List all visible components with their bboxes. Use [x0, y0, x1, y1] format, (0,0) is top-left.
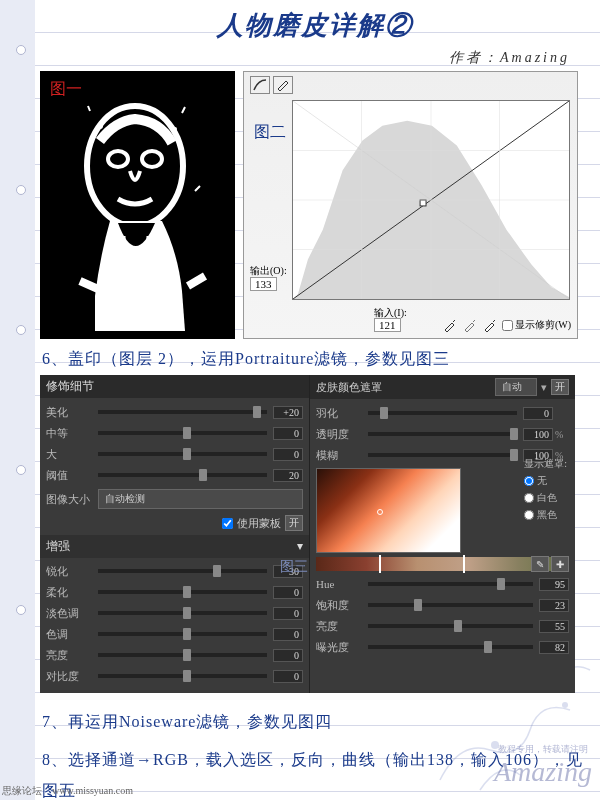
slider-row: 色调0: [46, 626, 303, 642]
menu-icon[interactable]: ▾: [541, 381, 547, 394]
slider[interactable]: [368, 411, 517, 415]
watermark-subtitle: 教程专用，转载请注明: [498, 743, 588, 756]
page-title: 人物磨皮详解②: [40, 8, 590, 43]
slider[interactable]: [368, 432, 517, 436]
mask-white-radio[interactable]: 白色: [524, 491, 567, 505]
pencil-tool-icon[interactable]: [273, 76, 293, 94]
slider-row: 曝光度82: [316, 639, 569, 655]
watermark-logo: Amazing: [494, 756, 592, 788]
mask-none-radio[interactable]: 无: [524, 474, 567, 488]
show-clipping-checkbox[interactable]: 显示修剪(W): [502, 318, 571, 332]
footer-credit: 思缘论坛 www.missyuan.com: [2, 784, 133, 798]
slider-row: 大0: [46, 446, 303, 462]
hue-range-bar[interactable]: 图三 ✎✚: [316, 557, 569, 571]
skin-mask-header: 皮肤颜色遮罩: [316, 380, 382, 395]
input-value[interactable]: 121: [374, 318, 401, 332]
slider-row: 对比度0: [46, 668, 303, 684]
eyedropper-black-icon[interactable]: [443, 318, 457, 332]
use-mask-checkbox[interactable]: [222, 518, 233, 529]
step-7-text: 7、再运用Noiseware滤镜，参数见图四: [42, 707, 588, 737]
slider-row: 饱和度23: [316, 597, 569, 613]
mask-black-radio[interactable]: 黑色: [524, 508, 567, 522]
detail-header: 修饰细节: [40, 375, 309, 398]
svg-point-4: [142, 151, 162, 167]
author-line: 作者：Amazing: [40, 49, 570, 67]
open-button-2[interactable]: 开: [551, 379, 569, 395]
svg-point-3: [108, 151, 128, 167]
slider[interactable]: [368, 624, 533, 628]
slider[interactable]: [98, 611, 267, 615]
slider-row: 淡色调0: [46, 605, 303, 621]
slider-row: 羽化0: [316, 405, 569, 421]
slider[interactable]: [368, 582, 533, 586]
slider-row: 美化+20: [46, 404, 303, 420]
figure-2-label: 图二: [254, 122, 286, 143]
eyedropper-add-icon[interactable]: ✚: [551, 556, 569, 572]
figure-3-label: 图三: [280, 558, 308, 576]
image-size-label: 图像大小: [46, 492, 92, 507]
svg-rect-10: [420, 200, 426, 206]
slider[interactable]: [368, 603, 533, 607]
eyedropper-gray-icon[interactable]: [463, 318, 477, 332]
slider[interactable]: [98, 632, 267, 636]
curves-histogram[interactable]: [292, 100, 570, 300]
slider-row: 中等0: [46, 425, 303, 441]
figure-1-artwork: [40, 71, 235, 339]
auto-select[interactable]: 自动: [495, 378, 537, 396]
slider[interactable]: [98, 653, 267, 657]
slider[interactable]: [98, 590, 267, 594]
enhance-header: 增强: [46, 538, 70, 555]
eyedropper-icon[interactable]: ✎: [531, 556, 549, 572]
slider[interactable]: [98, 569, 267, 573]
curve-tool-icon[interactable]: [250, 76, 270, 94]
open-button[interactable]: 开: [285, 515, 303, 531]
eyedropper-white-icon[interactable]: [483, 318, 497, 332]
slider[interactable]: [368, 453, 517, 457]
slider-row: Hue95: [316, 576, 569, 592]
svg-point-6: [173, 127, 177, 131]
slider-row: 柔化0: [46, 584, 303, 600]
slider[interactable]: [98, 410, 267, 414]
slider-row: 锐化30: [46, 563, 303, 579]
collapse-icon[interactable]: ▾: [297, 539, 303, 554]
slider[interactable]: [98, 452, 267, 456]
slider[interactable]: [368, 645, 533, 649]
slider-row: 透明度100%: [316, 426, 569, 442]
portraiture-panel: 修饰细节 美化+20 中等0 大0 阈值20 图像大小自动检测 使用蒙板开 增强…: [40, 375, 575, 693]
slider[interactable]: [98, 473, 267, 477]
slider[interactable]: [98, 431, 267, 435]
slider-row: 亮度0: [46, 647, 303, 663]
slider-row: 阈值20: [46, 467, 303, 483]
slider-row: 亮度55: [316, 618, 569, 634]
figure-1: 图一: [40, 71, 235, 339]
output-value[interactable]: 133: [250, 277, 277, 291]
image-size-select[interactable]: 自动检测: [98, 489, 303, 509]
mask-display-options: 显示遮罩: 无 白色 黑色: [524, 457, 567, 525]
output-label: 输出(O):: [250, 264, 287, 278]
slider[interactable]: [98, 674, 267, 678]
color-swatch[interactable]: [316, 468, 461, 553]
figure-2-curves: 图二 输出(O): 133 输入(I): 121 显示修剪(W): [243, 71, 578, 339]
step-6-text: 6、盖印（图层 2），运用Portraiture滤镜，参数见图三: [42, 349, 588, 370]
svg-point-5: [97, 123, 103, 129]
